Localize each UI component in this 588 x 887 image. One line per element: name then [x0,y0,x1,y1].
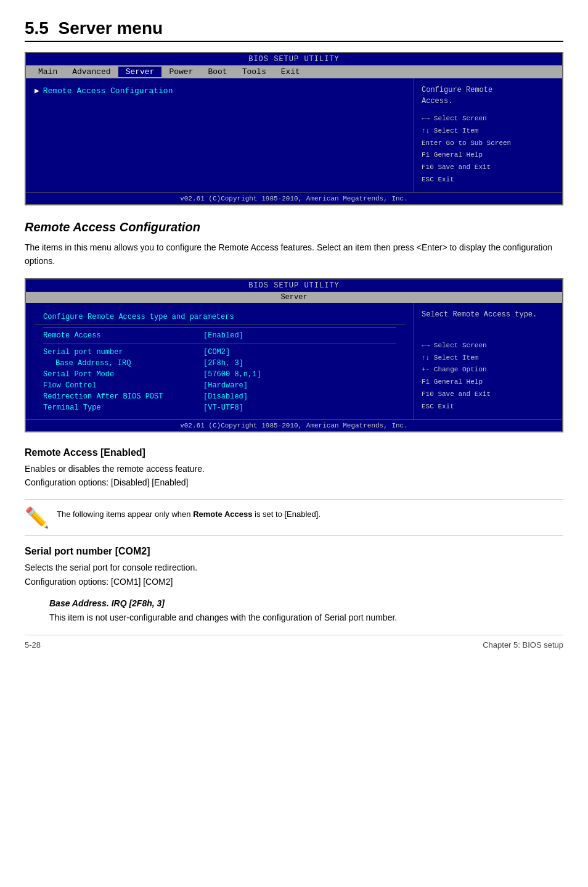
remote-access-title: Remote Access Configuration [25,220,563,234]
serial-port-desc: Selects the serial port for console redi… [25,561,563,588]
note-text: The following items appear only when Rem… [57,506,321,521]
menu-power[interactable]: Power [161,67,200,77]
bios-body-1: ▶ Remote Access Configuration Configure … [26,78,562,192]
key2-updown: ↑↓ Select Item [422,352,555,365]
bios-header-1: BIOS SETUP UTILITY [26,53,562,65]
config-row-serial-mode: Serial Port Mode [57600 8,n,1] [35,369,405,380]
page-footer: 5-28 Chapter 5: BIOS setup [25,635,563,650]
config-row-terminal: Terminal Type [VT-UTF8] [35,402,405,413]
key-f1: F1 General Help [422,149,555,162]
menu-advanced[interactable]: Advanced [65,67,118,77]
bios-menubar-1: Main Advanced Server Power Boot Tools Ex… [26,65,562,78]
note-icon: ✏️ [25,506,49,529]
menu-server[interactable]: Server [118,67,162,77]
remote-access-description: The items in this menu allows you to con… [25,241,563,268]
bios-body-2: Configure Remote Access type and paramet… [26,303,562,419]
menu-exit[interactable]: Exit [274,67,308,77]
config-row-base-addr: Base Address, IRQ [2F8h, 3] [35,358,405,369]
config-row-remote-access: Remote Access [Enabled] [35,330,405,341]
note-box: ✏️ The following items appear only when … [25,499,563,536]
key-arrows: ←→ Select Screen [422,113,555,125]
config-row-redirection: Redirection After BIOS POST [Disabled] [35,391,405,402]
menu-main[interactable]: Main [31,67,65,77]
config-row-serial-port: Serial port number [COM2] [35,347,405,358]
bios-right-2: Select Remote Access type. ←→ Select Scr… [414,303,562,419]
key-enter: Enter Go to Sub Screen [422,138,555,150]
bios-help-text-1: Configure RemoteAccess. [422,85,555,107]
bios-item-remote-access[interactable]: ▶ Remote Access Configuration [35,85,405,97]
bios-section-header-2: Server [26,292,562,303]
footer-left: 5-28 [25,640,41,650]
key2-esc: ESC Exit [422,401,555,413]
key-updown: ↑↓ Select Item [422,125,555,138]
key-f10: F10 Save and Exit [422,162,555,174]
bios-footer-1: v02.61 (C)Copyright 1985-2010, American … [26,192,562,204]
key-esc: ESC Exit [422,174,555,186]
remote-access-enabled-desc: Enables or disables the remote access fe… [25,462,563,490]
bios-config-header: Configure Remote Access type and paramet… [35,309,405,324]
key2-f10: F10 Save and Exit [422,389,555,401]
bios-footer-2: v02.61 (C)Copyright 1985-2010, American … [26,419,562,431]
key2-f1: F1 General Help [422,376,555,389]
bios-screen-1: BIOS SETUP UTILITY Main Advanced Server … [25,52,563,205]
remote-access-enabled-heading: Remote Access [Enabled] [25,447,563,458]
footer-right: Chapter 5: BIOS setup [483,640,563,650]
section-title: 5.5 Server menu [25,19,563,42]
bios-screen-2: BIOS SETUP UTILITY Server Configure Remo… [25,278,563,432]
bios-help-text-2: Select Remote Access type. [422,309,555,320]
bios-header-2: BIOS SETUP UTILITY [26,279,562,292]
bios-keys-1: ←→ Select Screen ↑↓ Select Item Enter Go… [422,113,555,186]
bios-left-1: ▶ Remote Access Configuration [26,78,414,192]
menu-boot[interactable]: Boot [200,67,234,77]
base-address-text: This item is not user-configurable and c… [49,611,563,624]
bios-right-1: Configure RemoteAccess. ←→ Select Screen… [414,78,562,192]
bios-divider-mid [43,344,396,344]
bios-left-2: Configure Remote Access type and paramet… [26,303,414,419]
menu-tools[interactable]: Tools [235,67,274,77]
base-address-heading: Base Address. IRQ [2F8h, 3] [49,598,563,608]
key2-plusminus: +- Change Option [422,364,555,376]
arrow-icon: ▶ [35,86,39,96]
bios-divider-top [43,327,396,328]
serial-port-heading: Serial port number [COM2] [25,546,563,557]
config-row-flow-control: Flow Control [Hardware] [35,380,405,391]
bios-keys-2: ←→ Select Screen ↑↓ Select Item +- Chang… [422,340,555,413]
key2-arrows: ←→ Select Screen [422,340,555,352]
